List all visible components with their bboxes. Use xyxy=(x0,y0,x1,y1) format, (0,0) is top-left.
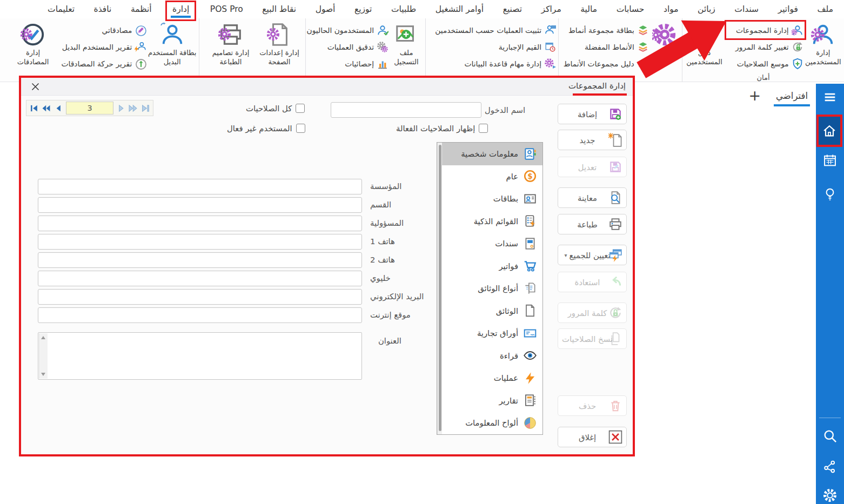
category-general[interactable]: عام xyxy=(442,165,542,188)
tab-accounts[interactable]: حسابات xyxy=(617,4,645,14)
fast-next-icon[interactable] xyxy=(129,104,137,113)
restore-button[interactable]: استعادة xyxy=(558,272,627,292)
current-users-button[interactable]: المستخدمون الحاليون xyxy=(309,22,388,38)
tab-window[interactable]: نافذة xyxy=(94,4,112,14)
tab-pos[interactable]: نقاط البيع xyxy=(262,4,296,14)
tab-vouchers[interactable]: سندات xyxy=(734,4,759,14)
scroll-up-icon[interactable] xyxy=(41,336,45,339)
statistics-button[interactable]: إحصائيات xyxy=(309,55,388,72)
category-documents[interactable]: الوثائق xyxy=(442,300,542,322)
search-icon[interactable] xyxy=(822,428,838,443)
category-read[interactable]: قراءة xyxy=(442,345,542,367)
copy-permissions-button[interactable]: نسخ الصلاحيات xyxy=(558,328,627,349)
category-reports[interactable]: تقارير xyxy=(442,389,542,412)
workspace-tab-default[interactable]: افتراضي xyxy=(775,90,809,106)
tab-work-orders[interactable]: أوامر التشغيل xyxy=(436,4,484,14)
first-record-icon[interactable] xyxy=(30,104,38,113)
tab-materials[interactable]: مواد xyxy=(664,4,679,14)
phone1-input[interactable] xyxy=(38,234,362,250)
website-input[interactable] xyxy=(38,307,362,323)
category-list-scrollbar[interactable] xyxy=(437,143,442,434)
category-personal-info[interactable]: معلومات شخصية xyxy=(442,143,542,165)
operations-audit-button[interactable]: تدقيق العمليات xyxy=(309,38,388,55)
previous-record-icon[interactable] xyxy=(54,104,63,113)
category-vouchers[interactable]: سندات xyxy=(442,232,542,255)
favorite-styles-button[interactable]: الأنماط المفضلة xyxy=(561,38,649,55)
assign-to-all-button[interactable]: تعيين للجميع ▾ xyxy=(558,245,627,265)
password-button[interactable]: كلمة المرور xyxy=(558,303,627,323)
styles-big-button[interactable] xyxy=(650,21,680,47)
mobile-input[interactable] xyxy=(38,271,362,286)
change-password-button[interactable]: تغيير كلمة المرور xyxy=(725,38,803,55)
rail-home-button[interactable] xyxy=(816,115,842,147)
category-operations[interactable]: عمليات xyxy=(442,367,542,389)
show-active-permissions-checkbox[interactable] xyxy=(479,124,488,133)
dialog-close-button[interactable] xyxy=(29,80,42,93)
groups-admin-button[interactable]: إدارة المجموعات xyxy=(725,22,803,38)
tab-centers[interactable]: مراكز xyxy=(541,4,561,14)
category-dashboards[interactable]: ألواح المعلومات xyxy=(442,412,542,434)
authentications-admin-button[interactable]: إدارة المصادقات xyxy=(17,21,49,67)
tab-file[interactable]: ملف xyxy=(818,4,833,14)
tab-orders[interactable]: طلبيات xyxy=(391,4,416,14)
calendar-icon[interactable] xyxy=(822,153,838,168)
pin-operations-button[interactable]: تثبيت العمليات حسب المستخدمين xyxy=(428,22,556,38)
record-number-input[interactable]: 3 xyxy=(66,102,113,115)
tab-systems[interactable]: أنظمة xyxy=(131,4,152,14)
category-commercial-papers[interactable]: أوراق تجارية xyxy=(442,322,542,345)
preview-button[interactable]: معاينة xyxy=(558,187,627,208)
add-button[interactable]: إضافة xyxy=(558,104,627,124)
tab-finance[interactable]: مالية xyxy=(580,4,597,14)
new-button[interactable]: جديد xyxy=(558,130,627,150)
phone2-input[interactable] xyxy=(38,252,362,268)
department-input[interactable] xyxy=(38,197,362,213)
fast-previous-icon[interactable] xyxy=(42,104,50,113)
hamburger-menu-icon[interactable] xyxy=(822,90,838,105)
next-record-icon[interactable] xyxy=(117,104,125,113)
my-authentications-button[interactable]: مصادقاتي xyxy=(50,22,146,38)
authentications-movement-report-button[interactable]: تقرير حركة المصادقات xyxy=(50,55,146,72)
styles-group-card-button[interactable]: بطاقة مجموعة أنماط xyxy=(561,22,649,38)
scroll-down-icon[interactable] xyxy=(41,373,45,376)
db-tasks-admin-button[interactable]: إدارة مهام قاعدة البيانات xyxy=(428,55,556,72)
tab-assets[interactable]: أصول xyxy=(316,4,336,14)
tab-invoices[interactable]: فواتير xyxy=(778,4,798,14)
print-designs-admin-button[interactable]: إدارة تصاميم الطباعة xyxy=(207,21,254,67)
share-icon[interactable] xyxy=(822,459,838,474)
tab-customers[interactable]: زبائن xyxy=(698,4,715,14)
login-name-input[interactable] xyxy=(331,102,481,118)
last-record-icon[interactable] xyxy=(141,104,150,113)
print-button[interactable]: طباعة xyxy=(558,214,627,234)
substitute-user-report-button[interactable]: تقرير المستخدم البديل xyxy=(50,38,146,55)
dialog-titlebar[interactable] xyxy=(21,78,633,96)
responsibility-input[interactable] xyxy=(38,216,362,231)
page-settings-admin-button[interactable]: إدارة إعدادات الصفحة xyxy=(256,21,303,67)
category-document-types[interactable]: أنواع الوثائق xyxy=(442,277,542,300)
category-cards[interactable]: بطاقات xyxy=(442,187,542,210)
address-scrollbar[interactable] xyxy=(39,333,48,379)
edit-button[interactable]: تعديل xyxy=(558,157,627,177)
organization-input[interactable] xyxy=(38,179,362,194)
substitute-user-card-button[interactable]: بطاقة المستخدم البديل xyxy=(148,21,197,67)
category-invoices[interactable]: فواتير xyxy=(442,255,542,278)
address-textarea[interactable] xyxy=(38,332,362,380)
users-admin-button[interactable]: إدارة المستخدمين xyxy=(805,21,842,67)
log-file-button[interactable]: ملف التسجيل xyxy=(390,21,423,67)
all-permissions-checkbox[interactable] xyxy=(296,104,305,113)
inactive-user-checkbox[interactable] xyxy=(296,124,305,133)
tab-manufacturing[interactable]: تصنيع xyxy=(503,4,522,14)
email-input[interactable] xyxy=(38,289,362,305)
lightbulb-icon[interactable] xyxy=(822,186,838,201)
tab-administration[interactable]: إدارة xyxy=(165,1,196,21)
close-button[interactable]: إغلاق xyxy=(558,427,627,447)
add-workspace-tab-button[interactable]: + xyxy=(748,90,761,102)
category-smart-lists[interactable]: القوائم الذكية xyxy=(442,210,542,233)
users-directory-button[interactable]: دليل المستخدمين xyxy=(685,21,724,67)
gear-icon[interactable] xyxy=(822,488,838,503)
tab-distribution[interactable]: توزيع xyxy=(354,4,372,14)
permissions-expander-button[interactable]: موسع الصلاحيات xyxy=(725,55,803,72)
delete-button[interactable]: حذف xyxy=(558,395,627,416)
styles-groups-directory-button[interactable]: دليل مجموعات الأنماط xyxy=(561,55,649,72)
scrollbar-thumb[interactable] xyxy=(439,145,441,431)
tab-help[interactable]: تعليمات xyxy=(48,4,75,14)
